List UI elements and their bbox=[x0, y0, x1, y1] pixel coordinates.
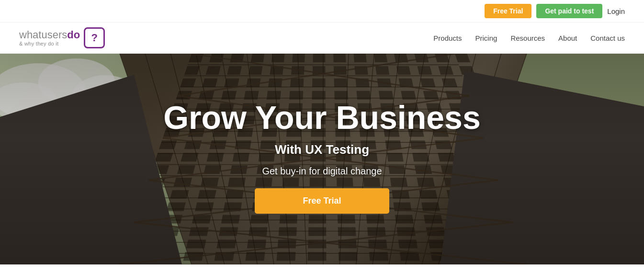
logo[interactable]: whatusersdo & why they do it ? bbox=[19, 27, 105, 48]
hero-content: Grow Your Business With UX Testing Get b… bbox=[0, 54, 644, 264]
header: whatusersdo & why they do it ? Products … bbox=[0, 23, 644, 54]
hero-cta-button[interactable]: Free Trial bbox=[255, 188, 389, 214]
login-link[interactable]: Login bbox=[607, 7, 625, 15]
hero-section: Grow Your Business With UX Testing Get b… bbox=[0, 54, 644, 264]
nav-products[interactable]: Products bbox=[433, 34, 462, 42]
nav-resources[interactable]: Resources bbox=[510, 34, 545, 42]
hero-subtitle: With UX Testing bbox=[275, 142, 369, 157]
logo-text: whatusersdo & why they do it bbox=[19, 29, 80, 46]
free-trial-top-button[interactable]: Free Trial bbox=[485, 4, 531, 18]
logo-sub: & why they do it bbox=[19, 41, 80, 46]
nav-about[interactable]: About bbox=[558, 34, 577, 42]
main-nav: Products Pricing Resources About Contact… bbox=[433, 34, 625, 42]
nav-contact[interactable]: Contact us bbox=[590, 34, 625, 42]
hero-title: Grow Your Business bbox=[163, 100, 481, 136]
logo-icon: ? bbox=[84, 27, 105, 48]
hero-tagline: Get buy-in for digital change bbox=[262, 166, 382, 177]
logo-main: whatusersdo bbox=[19, 29, 80, 41]
top-bar: Free Trial Get paid to test Login bbox=[0, 0, 644, 23]
nav-pricing[interactable]: Pricing bbox=[475, 34, 497, 42]
get-paid-button[interactable]: Get paid to test bbox=[536, 4, 602, 18]
